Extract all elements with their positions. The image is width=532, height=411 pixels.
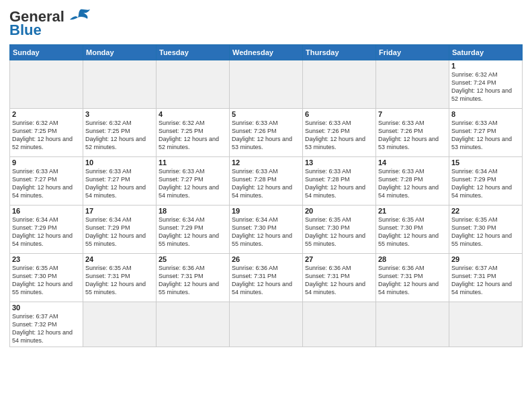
calendar-day-cell: 15Sunrise: 6:34 AM Sunset: 7:29 PM Dayli… <box>449 157 523 205</box>
logo-blue-text: Blue <box>9 21 42 39</box>
calendar-day-cell: 8Sunrise: 6:33 AM Sunset: 7:27 PM Daylig… <box>449 109 523 157</box>
calendar-day-cell <box>83 302 157 347</box>
day-sun-info: Sunrise: 6:36 AM Sunset: 7:31 PM Dayligh… <box>378 264 447 297</box>
day-sun-info: Sunrise: 6:37 AM Sunset: 7:31 PM Dayligh… <box>451 264 520 297</box>
day-number: 1 <box>451 62 520 70</box>
calendar-day-cell <box>230 60 303 109</box>
day-number: 23 <box>12 255 81 263</box>
day-number: 28 <box>378 255 447 263</box>
calendar-day-cell <box>230 302 303 347</box>
day-number: 5 <box>232 110 300 118</box>
day-sun-info: Sunrise: 6:37 AM Sunset: 7:32 PM Dayligh… <box>12 312 81 345</box>
day-number: 14 <box>378 158 447 167</box>
day-number: 12 <box>232 158 300 167</box>
day-number: 8 <box>451 110 520 118</box>
day-sun-info: Sunrise: 6:35 AM Sunset: 7:30 PM Dayligh… <box>451 216 520 248</box>
day-sun-info: Sunrise: 6:36 AM Sunset: 7:31 PM Dayligh… <box>305 264 373 297</box>
day-sun-info: Sunrise: 6:36 AM Sunset: 7:31 PM Dayligh… <box>159 264 227 297</box>
calendar-day-cell: 17Sunrise: 6:34 AM Sunset: 7:29 PM Dayli… <box>83 205 157 254</box>
day-sun-info: Sunrise: 6:33 AM Sunset: 7:28 PM Dayligh… <box>305 167 373 200</box>
header: General Blue <box>9 8 523 39</box>
day-number: 29 <box>451 255 520 263</box>
calendar-day-cell <box>10 60 83 109</box>
calendar-day-cell: 29Sunrise: 6:37 AM Sunset: 7:31 PM Dayli… <box>449 254 523 302</box>
calendar-week-row: 23Sunrise: 6:35 AM Sunset: 7:30 PM Dayli… <box>10 254 523 302</box>
day-sun-info: Sunrise: 6:33 AM Sunset: 7:26 PM Dayligh… <box>378 119 447 152</box>
day-number: 10 <box>85 158 154 167</box>
day-number: 21 <box>378 207 447 215</box>
day-sun-info: Sunrise: 6:32 AM Sunset: 7:25 PM Dayligh… <box>12 119 81 152</box>
day-sun-info: Sunrise: 6:33 AM Sunset: 7:27 PM Dayligh… <box>85 167 154 200</box>
day-number: 27 <box>305 255 373 263</box>
calendar-day-cell <box>376 302 449 347</box>
day-number: 7 <box>378 110 447 118</box>
day-sun-info: Sunrise: 6:33 AM Sunset: 7:26 PM Dayligh… <box>232 119 300 152</box>
calendar-day-cell: 9Sunrise: 6:33 AM Sunset: 7:27 PM Daylig… <box>10 157 83 205</box>
calendar-day-cell: 6Sunrise: 6:33 AM Sunset: 7:26 PM Daylig… <box>303 109 376 157</box>
calendar-day-cell: 19Sunrise: 6:34 AM Sunset: 7:30 PM Dayli… <box>230 205 303 254</box>
calendar-day-cell: 26Sunrise: 6:36 AM Sunset: 7:31 PM Dayli… <box>230 254 303 302</box>
calendar-day-cell: 28Sunrise: 6:36 AM Sunset: 7:31 PM Dayli… <box>376 254 449 302</box>
weekday-header-wednesday: Wednesday <box>230 45 303 60</box>
day-number: 4 <box>159 110 227 118</box>
logo-bird-icon <box>67 8 91 26</box>
calendar-day-cell: 27Sunrise: 6:36 AM Sunset: 7:31 PM Dayli… <box>303 254 376 302</box>
calendar-week-row: 9Sunrise: 6:33 AM Sunset: 7:27 PM Daylig… <box>10 157 523 205</box>
calendar-day-cell: 24Sunrise: 6:35 AM Sunset: 7:31 PM Dayli… <box>83 254 157 302</box>
calendar-day-cell <box>303 302 376 347</box>
day-number: 20 <box>305 207 373 215</box>
day-sun-info: Sunrise: 6:34 AM Sunset: 7:29 PM Dayligh… <box>12 216 81 248</box>
calendar-day-cell: 18Sunrise: 6:34 AM Sunset: 7:29 PM Dayli… <box>157 205 230 254</box>
calendar-day-cell: 16Sunrise: 6:34 AM Sunset: 7:29 PM Dayli… <box>10 205 83 254</box>
calendar-day-cell <box>303 60 376 109</box>
calendar-week-row: 2Sunrise: 6:32 AM Sunset: 7:25 PM Daylig… <box>10 109 523 157</box>
day-number: 2 <box>12 110 81 118</box>
day-sun-info: Sunrise: 6:33 AM Sunset: 7:28 PM Dayligh… <box>378 167 447 200</box>
day-sun-info: Sunrise: 6:34 AM Sunset: 7:29 PM Dayligh… <box>85 216 154 248</box>
day-sun-info: Sunrise: 6:33 AM Sunset: 7:26 PM Dayligh… <box>305 119 373 152</box>
calendar-week-row: 30Sunrise: 6:37 AM Sunset: 7:32 PM Dayli… <box>10 302 523 347</box>
calendar-day-cell: 4Sunrise: 6:32 AM Sunset: 7:25 PM Daylig… <box>157 109 230 157</box>
weekday-header-row: SundayMondayTuesdayWednesdayThursdayFrid… <box>10 45 523 60</box>
calendar-day-cell <box>157 302 230 347</box>
calendar-day-cell: 5Sunrise: 6:33 AM Sunset: 7:26 PM Daylig… <box>230 109 303 157</box>
weekday-header-tuesday: Tuesday <box>157 45 230 60</box>
calendar-day-cell: 20Sunrise: 6:35 AM Sunset: 7:30 PM Dayli… <box>303 205 376 254</box>
day-sun-info: Sunrise: 6:32 AM Sunset: 7:24 PM Dayligh… <box>451 71 520 103</box>
calendar-day-cell: 25Sunrise: 6:36 AM Sunset: 7:31 PM Dayli… <box>157 254 230 302</box>
logo-area: General Blue <box>9 8 91 39</box>
day-number: 17 <box>85 207 154 215</box>
day-sun-info: Sunrise: 6:34 AM Sunset: 7:29 PM Dayligh… <box>451 167 520 200</box>
day-number: 18 <box>159 207 227 215</box>
day-sun-info: Sunrise: 6:36 AM Sunset: 7:31 PM Dayligh… <box>232 264 300 297</box>
day-sun-info: Sunrise: 6:33 AM Sunset: 7:27 PM Dayligh… <box>159 167 227 200</box>
day-number: 15 <box>451 158 520 167</box>
calendar-week-row: 1Sunrise: 6:32 AM Sunset: 7:24 PM Daylig… <box>10 60 523 109</box>
calendar-day-cell: 23Sunrise: 6:35 AM Sunset: 7:30 PM Dayli… <box>10 254 83 302</box>
calendar-day-cell: 2Sunrise: 6:32 AM Sunset: 7:25 PM Daylig… <box>10 109 83 157</box>
day-sun-info: Sunrise: 6:35 AM Sunset: 7:30 PM Dayligh… <box>378 216 447 248</box>
day-sun-info: Sunrise: 6:35 AM Sunset: 7:30 PM Dayligh… <box>12 264 81 297</box>
day-number: 26 <box>232 255 300 263</box>
day-sun-info: Sunrise: 6:33 AM Sunset: 7:27 PM Dayligh… <box>12 167 81 200</box>
day-sun-info: Sunrise: 6:35 AM Sunset: 7:31 PM Dayligh… <box>85 264 154 297</box>
calendar-day-cell: 13Sunrise: 6:33 AM Sunset: 7:28 PM Dayli… <box>303 157 376 205</box>
day-number: 24 <box>85 255 154 263</box>
calendar-table: SundayMondayTuesdayWednesdayThursdayFrid… <box>9 44 523 347</box>
day-number: 3 <box>85 110 154 118</box>
calendar-day-cell: 22Sunrise: 6:35 AM Sunset: 7:30 PM Dayli… <box>449 205 523 254</box>
day-number: 30 <box>12 304 81 312</box>
day-number: 22 <box>451 207 520 215</box>
calendar-day-cell <box>157 60 230 109</box>
day-sun-info: Sunrise: 6:32 AM Sunset: 7:25 PM Dayligh… <box>159 119 227 152</box>
calendar-week-row: 16Sunrise: 6:34 AM Sunset: 7:29 PM Dayli… <box>10 205 523 254</box>
weekday-header-thursday: Thursday <box>303 45 376 60</box>
calendar-day-cell: 10Sunrise: 6:33 AM Sunset: 7:27 PM Dayli… <box>83 157 157 205</box>
calendar-day-cell: 30Sunrise: 6:37 AM Sunset: 7:32 PM Dayli… <box>10 302 83 347</box>
calendar-day-cell: 14Sunrise: 6:33 AM Sunset: 7:28 PM Dayli… <box>376 157 449 205</box>
calendar-day-cell: 1Sunrise: 6:32 AM Sunset: 7:24 PM Daylig… <box>449 60 523 109</box>
calendar-day-cell: 12Sunrise: 6:33 AM Sunset: 7:28 PM Dayli… <box>230 157 303 205</box>
day-sun-info: Sunrise: 6:34 AM Sunset: 7:30 PM Dayligh… <box>232 216 300 248</box>
day-number: 13 <box>305 158 373 167</box>
day-number: 25 <box>159 255 227 263</box>
